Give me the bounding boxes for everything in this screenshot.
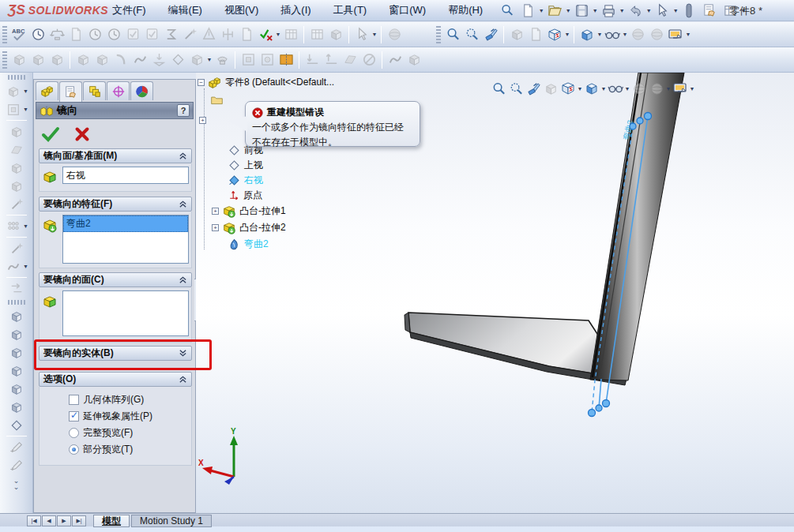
- toolbar-grip[interactable]: [8, 75, 25, 80]
- new-document-icon[interactable]: [518, 1, 537, 20]
- magnet-icon[interactable]: [679, 1, 698, 20]
- mirror-feature-icon[interactable]: [277, 51, 295, 69]
- hide-show-items-icon[interactable]: [607, 80, 624, 97]
- view-settings-dropdown-icon[interactable]: ▼: [689, 86, 695, 92]
- bodies-section-header[interactable]: 要镜向的实体(B): [39, 346, 192, 361]
- hide-show-items-icon[interactable]: [603, 25, 622, 44]
- nav-first-icon[interactable]: |◀: [27, 515, 41, 526]
- surface-loft-icon[interactable]: [7, 140, 26, 159]
- tree-item-top-plane[interactable]: 上视: [228, 159, 263, 172]
- tab-feature-tree[interactable]: [36, 81, 58, 100]
- exploded-view-icon[interactable]: [4, 82, 23, 101]
- tab-property-manager[interactable]: [59, 81, 82, 102]
- design-check2-icon[interactable]: [142, 25, 161, 44]
- undo-dropdown-icon[interactable]: ▼: [645, 8, 652, 13]
- dropdown-icon[interactable]: ▼: [23, 107, 29, 112]
- menu-edit[interactable]: 编辑(E): [159, 1, 212, 20]
- full-preview-option[interactable]: 完整预览(F): [69, 426, 189, 440]
- section-view-icon[interactable]: [507, 25, 526, 44]
- equations-icon[interactable]: [161, 25, 180, 44]
- save-icon[interactable]: [572, 1, 591, 20]
- cancel-button[interactable]: [72, 124, 92, 144]
- expand-box-icon[interactable]: +: [212, 208, 219, 215]
- plane-tool-icon[interactable]: [341, 51, 359, 69]
- appearance-page-icon[interactable]: [526, 25, 545, 44]
- view-top-icon[interactable]: [7, 380, 26, 399]
- propagate-visual-option[interactable]: 延伸视象属性(P): [69, 410, 189, 423]
- tree-root-label[interactable]: 零件8 (Default<<Default...: [225, 76, 334, 89]
- zoom-to-fit-icon[interactable]: [443, 25, 462, 44]
- draft-analysis-icon[interactable]: [199, 25, 218, 44]
- reference-down-icon[interactable]: [303, 51, 322, 69]
- measure-icon[interactable]: [28, 25, 47, 44]
- wizard-star-icon[interactable]: [7, 239, 26, 258]
- display-style-icon[interactable]: [583, 80, 600, 97]
- collapse-chevron-icon[interactable]: [179, 275, 187, 284]
- features-section-header[interactable]: 要镜向的特征(F): [39, 197, 192, 212]
- curve-tool-icon[interactable]: [386, 51, 405, 69]
- ok-button[interactable]: [40, 124, 61, 144]
- tree-item-label[interactable]: 右视: [244, 174, 263, 187]
- rib-icon[interactable]: [130, 51, 149, 69]
- fillet-surface-icon[interactable]: [7, 122, 26, 141]
- tree-item-right-plane[interactable]: 右视: [228, 174, 263, 187]
- expand-box-icon[interactable]: +: [212, 224, 219, 231]
- reference-up-icon[interactable]: [322, 51, 341, 69]
- view-settings-icon[interactable]: [666, 25, 685, 44]
- features-list[interactable]: 弯曲2: [62, 215, 189, 264]
- tree-item-flex2[interactable]: 弯曲2: [228, 238, 269, 251]
- section-view-icon[interactable]: [542, 80, 559, 97]
- view-orientation-dropdown-icon[interactable]: ▼: [564, 32, 570, 37]
- mirror-plane-field[interactable]: 右视: [62, 167, 189, 184]
- menu-insert[interactable]: 插入(I): [271, 1, 320, 20]
- new-dropdown-icon[interactable]: ▼: [538, 8, 544, 13]
- extrude-icon[interactable]: [9, 51, 28, 69]
- sketch-new-icon[interactable]: [7, 456, 26, 475]
- apply-scene-icon[interactable]: [647, 25, 666, 44]
- dropdown-icon[interactable]: ▼: [23, 264, 29, 269]
- collapse-chevron-icon[interactable]: [179, 200, 187, 208]
- collapse-chevron-icon[interactable]: [179, 152, 187, 160]
- undo-icon[interactable]: [626, 1, 645, 20]
- check-dropdown-icon[interactable]: ▼: [275, 32, 281, 37]
- surface-extend-icon[interactable]: [7, 159, 26, 178]
- select-icon[interactable]: [653, 1, 672, 20]
- view-previous-icon[interactable]: [525, 80, 542, 97]
- view-orientation-icon[interactable]: [559, 80, 577, 97]
- nav-next-icon[interactable]: ▶: [57, 515, 71, 526]
- toolbar-grip[interactable]: [2, 26, 7, 43]
- toolbar-grip[interactable]: [2, 51, 7, 69]
- view-settings-icon[interactable]: [672, 80, 689, 97]
- faces-list[interactable]: [62, 290, 189, 336]
- features-list-item[interactable]: 弯曲2: [63, 215, 188, 232]
- dropdown-icon[interactable]: ▼: [23, 223, 29, 229]
- tree-root-row[interactable]: − 零件8 (Default<<Default...: [198, 76, 334, 89]
- graphics-area[interactable]: 弯曲2 ▼ ▼ ▼: [196, 73, 794, 513]
- performance-icon[interactable]: [85, 25, 104, 44]
- tree-item-label[interactable]: 原点: [243, 189, 262, 202]
- dropdown-icon[interactable]: ▼: [23, 88, 29, 94]
- design-table-icon[interactable]: [281, 25, 300, 44]
- arrow-tool-icon[interactable]: [7, 279, 26, 298]
- cursor-dropdown-icon[interactable]: ▼: [371, 32, 378, 37]
- tree-item-origin[interactable]: 原点: [228, 189, 262, 202]
- toolbar-grip[interactable]: [8, 300, 25, 305]
- tree-folder-row[interactable]: +: [199, 114, 206, 127]
- zoom-to-fit-icon[interactable]: [490, 80, 507, 97]
- mirror-plane-section-header[interactable]: 镜向面/基准面(M): [39, 148, 192, 163]
- tree-item-label[interactable]: 凸台-拉伸2: [239, 221, 286, 234]
- tree-item-boss-extrude2[interactable]: + 凸台-拉伸2: [212, 221, 286, 234]
- toolbar-grip[interactable]: [436, 26, 441, 43]
- spellcheck-icon[interactable]: [9, 25, 28, 44]
- view-orientation-icon[interactable]: [545, 25, 564, 44]
- view-bottom-icon[interactable]: [7, 398, 26, 417]
- instant3d-icon[interactable]: [405, 51, 423, 69]
- menu-file[interactable]: 文件(F): [103, 1, 156, 20]
- tab-motion-study-1[interactable]: Motion Study 1: [131, 515, 212, 527]
- surface-trim-icon[interactable]: [7, 177, 26, 196]
- isolate-icon[interactable]: [326, 25, 345, 44]
- spline-tool-icon[interactable]: [4, 257, 23, 276]
- compare-documents-icon[interactable]: [237, 25, 256, 44]
- view-left-icon[interactable]: [7, 343, 26, 362]
- hole-check-icon[interactable]: [104, 25, 123, 44]
